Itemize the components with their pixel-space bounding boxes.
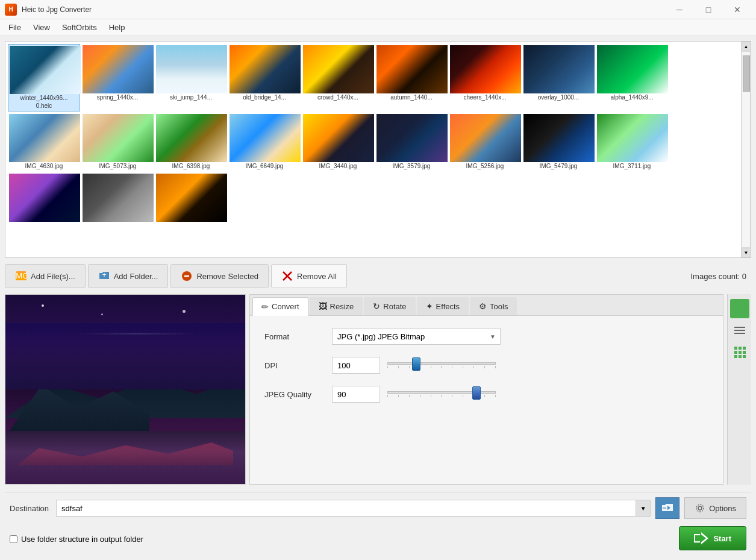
- dpi-input[interactable]: [332, 357, 380, 374]
- thumb-label-bridge: old_bridge_14...: [230, 93, 299, 101]
- tools-tab-icon: ⚙: [479, 301, 487, 311]
- tick: [387, 395, 388, 397]
- thumb-label-bird: [83, 222, 152, 223]
- remove-all-button[interactable]: Remove All: [271, 264, 347, 288]
- tab-resize[interactable]: 🖼 Resize: [310, 297, 363, 315]
- remove-selected-icon: [181, 270, 193, 282]
- add-files-icon: IMG: [15, 270, 27, 282]
- svg-rect-15: [734, 347, 737, 350]
- svg-rect-8: [734, 303, 739, 308]
- menu-softorbits[interactable]: SoftOrbits: [56, 20, 103, 34]
- thumb-img6649[interactable]: IMG_6649.jpg: [228, 113, 301, 171]
- thumb-img4630[interactable]: IMG_4630.jpg: [8, 113, 80, 171]
- thumb-img3579[interactable]: IMG_3579.jpg: [375, 113, 448, 171]
- thumb-label-spring: spring_1440x...: [83, 93, 152, 101]
- scroll-thumb[interactable]: [743, 55, 750, 92]
- jpeg-quality-slider-container: [387, 386, 708, 403]
- start-button[interactable]: Start: [679, 526, 746, 550]
- dpi-slider-track[interactable]: [387, 362, 496, 365]
- browse-button[interactable]: [655, 497, 679, 519]
- thumb-img-autumn: [376, 45, 448, 93]
- thumbnail-view-button[interactable]: [730, 299, 749, 318]
- thumb-img5479[interactable]: IMG_5479.jpg: [522, 113, 595, 171]
- thumb-cheers[interactable]: cheers_1440x...: [449, 44, 521, 112]
- tick: [409, 395, 410, 397]
- svg-rect-21: [734, 355, 737, 358]
- grid-view-button[interactable]: [730, 342, 749, 362]
- close-button[interactable]: ✕: [723, 0, 751, 19]
- svg-rect-18: [734, 351, 737, 354]
- thumb-bird[interactable]: [81, 172, 154, 224]
- menu-view[interactable]: View: [27, 20, 56, 34]
- svg-rect-22: [739, 355, 742, 358]
- jpeg-quality-slider-track[interactable]: [387, 391, 496, 394]
- svg-text:IMG: IMG: [15, 271, 27, 280]
- jpeg-quality-label: JPEG Quality: [264, 390, 325, 399]
- thumb-alpha[interactable]: alpha_1440x9...: [596, 44, 668, 112]
- list-view-icon: [733, 324, 746, 337]
- thumb-spring[interactable]: spring_1440x...: [81, 44, 154, 112]
- thumb-bridge[interactable]: old_bridge_14...: [228, 44, 301, 112]
- thumb-street[interactable]: [155, 172, 227, 224]
- thumb-label-img3579: IMG_3579.jpg: [376, 162, 446, 170]
- image-gallery: winter_1440x96... 0.heic spring_1440x...…: [5, 41, 751, 258]
- window-controls: ─ □ ✕: [666, 0, 751, 19]
- tab-convert[interactable]: ✏ Convert: [252, 297, 308, 316]
- thumb-crowd[interactable]: crowd_1440x...: [302, 44, 374, 112]
- destination-row: Destination ▼ O: [5, 488, 751, 555]
- thumb-label-img6398: IMG_6398.jpg: [156, 162, 226, 170]
- jpeg-quality-slider-thumb[interactable]: [472, 386, 481, 400]
- gallery-scroll-area[interactable]: winter_1440x96... 0.heic spring_1440x...…: [5, 42, 741, 257]
- thumb-img5256[interactable]: IMG_5256.jpg: [449, 113, 521, 171]
- thumb-shell[interactable]: [8, 172, 80, 224]
- folder-structure-checkbox[interactable]: [10, 535, 17, 543]
- minimize-button[interactable]: ─: [666, 0, 693, 19]
- dpi-slider-container: [387, 357, 708, 374]
- add-folder-button[interactable]: + Add Folder...: [88, 264, 169, 288]
- menu-help[interactable]: Help: [103, 20, 131, 34]
- jpeg-quality-input[interactable]: [332, 386, 380, 403]
- thumb-img-img4630: [9, 114, 80, 162]
- tab-effects[interactable]: ✦ Effects: [417, 297, 469, 315]
- add-files-button[interactable]: IMG Add File(s)...: [5, 264, 86, 288]
- gallery-scrollbar[interactable]: ▲ ▼: [741, 42, 751, 257]
- svg-rect-13: [734, 330, 745, 331]
- start-label: Start: [713, 534, 731, 543]
- thumb-img3711[interactable]: IMG_3711.jpg: [596, 113, 668, 171]
- thumb-img-overlay: [523, 45, 595, 93]
- tab-rotate[interactable]: ↻ Rotate: [364, 297, 415, 315]
- remove-selected-button[interactable]: Remove Selected: [170, 264, 269, 288]
- list-view-button[interactable]: [730, 321, 749, 340]
- thumb-img-img6649: [230, 114, 301, 162]
- tick: [484, 366, 485, 368]
- format-label: Format: [264, 332, 325, 341]
- thumb-img5073[interactable]: IMG_5073.jpg: [81, 113, 154, 171]
- maximize-button[interactable]: □: [695, 0, 722, 19]
- menu-file[interactable]: File: [2, 20, 27, 34]
- tick: [398, 366, 399, 368]
- folder-structure-label: Use folder structure in output folder: [21, 535, 143, 544]
- scroll-track[interactable]: [742, 51, 751, 248]
- thumb-winter[interactable]: winter_1440x96... 0.heic: [8, 44, 80, 112]
- dpi-slider-thumb[interactable]: [412, 357, 420, 371]
- svg-rect-20: [743, 351, 746, 354]
- destination-input[interactable]: [56, 500, 636, 517]
- options-button[interactable]: Options: [684, 497, 746, 519]
- thumb-label-autumn: autumn_1440...: [376, 93, 446, 101]
- destination-dropdown-button[interactable]: ▼: [636, 500, 651, 517]
- thumb-autumn[interactable]: autumn_1440...: [375, 44, 448, 112]
- options-gear-icon: [695, 503, 705, 514]
- svg-rect-24: [663, 508, 666, 509]
- scroll-down-arrow[interactable]: ▼: [742, 248, 751, 257]
- convert-tab-icon: ✏: [261, 302, 269, 312]
- tab-effects-label: Effects: [436, 302, 460, 311]
- format-select[interactable]: JPG (*.jpg) JPEG Bitmap PNG (*.png) BMP …: [332, 328, 501, 345]
- thumb-img3440[interactable]: IMG_3440.jpg: [302, 113, 374, 171]
- svg-rect-10: [734, 309, 739, 314]
- scroll-up-arrow[interactable]: ▲: [742, 42, 751, 51]
- tab-tools[interactable]: ⚙ Tools: [470, 297, 517, 315]
- thumb-overlay[interactable]: overlay_1000...: [522, 44, 595, 112]
- thumb-img6398[interactable]: IMG_6398.jpg: [155, 113, 227, 171]
- thumb-ski[interactable]: ski_jump_144...: [155, 44, 227, 112]
- content-area: winter_1440x96... 0.heic spring_1440x...…: [0, 36, 756, 560]
